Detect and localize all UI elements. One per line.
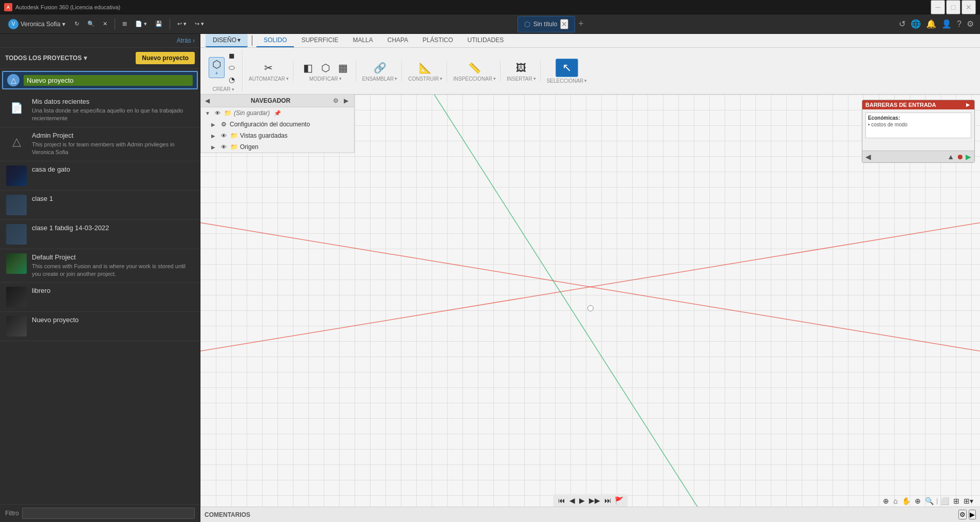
projects-title[interactable]: TODOS LOS PROYECTOS ▾ <box>5 54 87 62</box>
nav-item-views[interactable]: ▶ 👁 📁 Vistas guardadas <box>201 130 354 141</box>
modificar-label-text: MODIFICAR <box>309 76 338 82</box>
crear-label[interactable]: CREAR ▾ <box>212 86 234 92</box>
ribbon-group-inspeccionar: 📏 INSPECCIONAR ▾ <box>449 61 501 82</box>
playback-play-btn[interactable]: ▶ <box>578 495 586 506</box>
redo-button[interactable]: ↪ ▾ <box>192 18 207 29</box>
playback-prev-btn[interactable]: ◀ <box>568 495 576 506</box>
filter-input[interactable] <box>22 508 195 519</box>
insertar-btn[interactable]: 🖼 <box>512 61 530 75</box>
user-menu-button[interactable]: V Veronica Sofia ▾ <box>4 17 69 31</box>
nav-item-doc[interactable]: ▼ 👁 📁 (Sin guardar) 📌 <box>201 107 354 119</box>
project-item-clase1[interactable]: clase 1 <box>0 191 200 220</box>
project-item-default[interactable]: Default Project This comes with Fusion a… <box>0 249 200 283</box>
thumb-play-btn[interactable]: ▶ <box>966 153 971 161</box>
modificar-btn3[interactable]: ▦ <box>335 61 352 75</box>
maximize-button[interactable]: □ <box>946 0 960 14</box>
nav-expand-btn[interactable]: ▶ <box>342 97 350 105</box>
new-tab-button[interactable]: + <box>575 17 587 30</box>
save-button[interactable]: 💾 <box>152 18 165 29</box>
project-item-clase1-fab[interactable]: clase 1 fabdig 14-03-2022 <box>0 220 200 249</box>
comments-settings-btn[interactable]: ⚙ <box>958 510 967 519</box>
file-menu-button[interactable]: 📄 ▾ <box>132 18 150 29</box>
seleccionar-label[interactable]: SELECCIONAR ▾ <box>547 78 587 84</box>
grid-snap-btn[interactable]: ⊞▾ <box>962 495 975 507</box>
playback-first-btn[interactable]: ⏮ <box>557 495 566 506</box>
orbit-btn[interactable]: ⊕ <box>881 495 891 507</box>
notification-button[interactable]: 🔔 <box>924 17 938 31</box>
network-button[interactable]: 🌐 <box>909 17 923 31</box>
home-view-btn[interactable]: ⌂ <box>892 495 899 507</box>
nav-expand-views: ▶ <box>211 133 217 139</box>
close-tab-button[interactable]: ✕ <box>560 19 568 29</box>
inspeccionar-label[interactable]: INSPECCIONAR ▾ <box>453 76 496 82</box>
zoom-btn[interactable]: ⊕ <box>913 495 922 507</box>
sync-button[interactable]: ↺ <box>897 17 908 31</box>
undo-button[interactable]: ↩ ▾ <box>174 18 190 29</box>
zoom-select-btn[interactable]: 🔍 <box>923 495 935 507</box>
tab-solido[interactable]: SOLIDO <box>256 34 294 47</box>
doc-tab[interactable]: ⬡ Sin título ✕ <box>517 16 576 32</box>
seleccionar-icon: ↖ <box>562 62 571 73</box>
modificar-label[interactable]: MODIFICAR ▾ <box>309 76 342 82</box>
refresh-button[interactable]: ↻ <box>71 18 82 29</box>
tab-chapa[interactable]: CHAPA <box>380 34 415 47</box>
project-name-librero: librero <box>32 287 194 294</box>
tab-utilidades[interactable]: UTILIDADES <box>460 34 511 47</box>
settings-button[interactable]: ⚙ <box>965 17 976 31</box>
tab-plastico[interactable]: PLÁSTICO <box>415 34 460 47</box>
minimize-button[interactable]: ─ <box>931 0 945 14</box>
thumb-prev-btn[interactable]: ◀ <box>865 153 871 161</box>
project-item-librero[interactable]: librero <box>0 283 200 312</box>
inspeccionar-btn[interactable]: 📏 <box>465 61 485 75</box>
project-item-casa-gato[interactable]: casa de gato <box>0 161 200 191</box>
tab-superficie[interactable]: SUPERFICIE <box>294 34 345 47</box>
thumb-rec-btn[interactable]: ⏺ <box>956 153 964 161</box>
ensamblar-label[interactable]: ENSAMBLAR ▾ <box>362 76 398 82</box>
automatizar-btn[interactable]: ✂ <box>261 61 276 75</box>
tab-malla[interactable]: MALLA <box>345 34 380 47</box>
separator-1 <box>115 19 115 29</box>
back-link[interactable]: Atrás › <box>177 37 195 44</box>
nav-item-origin[interactable]: ▶ 👁 📁 Origen <box>201 141 354 153</box>
canvas-area[interactable]: ◀ NAVEGADOR ⚙ ▶ ▼ 👁 📁 (Sin guardar) <box>200 95 980 522</box>
nav-item-config[interactable]: ▶ ⚙ Configuración del documento <box>201 119 354 130</box>
nav-settings-btn[interactable]: ⚙ <box>331 97 340 105</box>
automatizar-label-text: AUTOMATIZAR <box>249 76 285 82</box>
new-project-button[interactable]: Nuevo proyecto <box>136 52 195 64</box>
new-project-name-input[interactable] <box>24 75 193 86</box>
grid-view-button[interactable]: ⊞ <box>119 18 130 29</box>
project-item-admin[interactable]: △ Admin Project This project is for team… <box>0 127 200 161</box>
playback-next-btn[interactable]: ▶▶ <box>588 495 601 506</box>
grid-display-btn[interactable]: ⊞ <box>952 495 961 507</box>
account-button[interactable]: 👤 <box>939 17 954 31</box>
close-button[interactable]: ✕ <box>961 0 976 14</box>
seleccionar-btn[interactable]: ↖ <box>556 59 578 77</box>
display-mode-btn[interactable]: ⬜ <box>939 495 951 507</box>
help-button[interactable]: ? <box>955 17 964 31</box>
refresh-icon: ↻ <box>75 21 79 27</box>
modificar-btn1[interactable]: ◧ <box>300 61 317 75</box>
insertar-label[interactable]: INSERTAR ▾ <box>507 76 536 82</box>
automatizar-label[interactable]: AUTOMATIZAR ▾ <box>249 76 289 82</box>
playback-last-btn[interactable]: ⏭ <box>603 495 613 506</box>
construir-label[interactable]: CONSTRUIR ▾ <box>408 76 442 82</box>
pan-btn[interactable]: ✋ <box>900 495 912 507</box>
crear-btn-1[interactable]: ◼ <box>226 50 238 61</box>
project-item-recientes[interactable]: 📄 Mis datos recientes Una lista donde se… <box>0 94 200 127</box>
ensamblar-btn[interactable]: 🔗 <box>370 61 390 75</box>
insertar-label-text: INSERTAR <box>507 76 532 82</box>
nav-expand-doc: ▼ <box>205 110 211 116</box>
construir-btn[interactable]: 📐 <box>415 61 435 75</box>
crear-btn-3[interactable]: ◔ <box>226 74 238 85</box>
nav-collapse-btn[interactable]: ◀ <box>205 97 210 104</box>
thumb-up-btn[interactable]: ▲ <box>947 153 954 161</box>
modificar-btn2[interactable]: ⬡ <box>318 61 334 75</box>
search-button[interactable]: 🔍 <box>84 18 98 29</box>
crear-extrude-btn[interactable]: ⬡ + <box>209 57 225 78</box>
comments-expand-btn[interactable]: ▶ <box>969 510 976 519</box>
design-dropdown[interactable]: DISEÑO ▾ <box>206 34 248 47</box>
inspeccionar-label-text: INSPECCIONAR <box>453 76 492 82</box>
close-panel-button[interactable]: ✕ <box>100 18 110 29</box>
project-item-nuevo[interactable]: Nuevo proyecto <box>0 312 200 341</box>
crear-btn-2[interactable]: ⬭ <box>226 62 238 73</box>
